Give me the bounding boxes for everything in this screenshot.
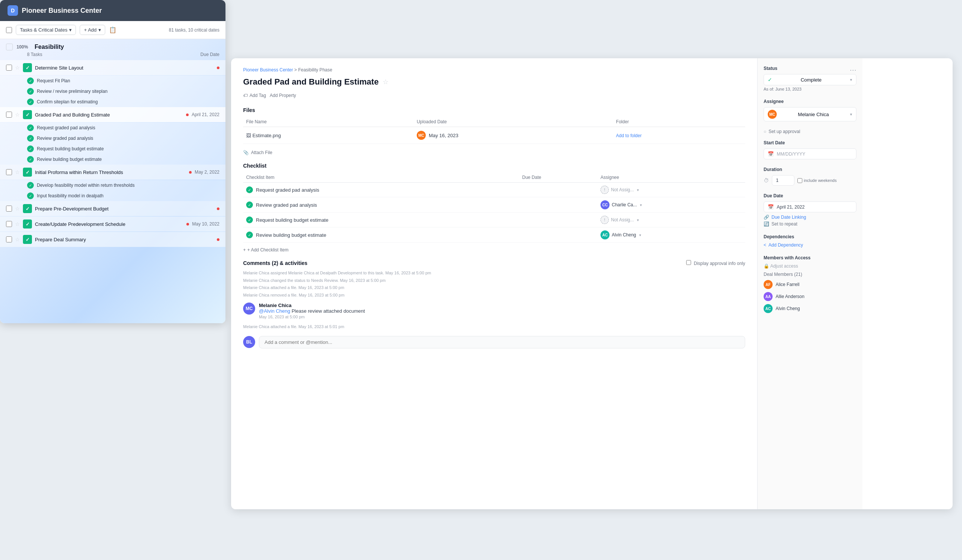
- subtask-name: Request graded pad analysis: [37, 125, 95, 131]
- breadcrumb-project[interactable]: Pioneer Business Center: [243, 67, 293, 73]
- weekends-checkbox[interactable]: [797, 178, 802, 183]
- more-options-icon[interactable]: ⋯: [850, 66, 856, 74]
- include-weekends-toggle[interactable]: include weekends: [797, 178, 836, 183]
- member-name: Allie Anderson: [776, 294, 805, 299]
- left-panel: D Pioneer Business Center Tasks & Critic…: [0, 0, 226, 323]
- task-star-icon[interactable]: ☆: [15, 221, 20, 227]
- subtask-row: ✓ Develop feasibility model within retur…: [0, 180, 226, 190]
- tasks-meta: 8 Tasks Due Date: [0, 52, 226, 60]
- duration-icon: ⏱: [763, 178, 769, 183]
- activity-line: Melanie Chica attached a file. May 16, 2…: [243, 324, 745, 330]
- doc-icon: 📋: [109, 26, 116, 34]
- tag-icon: 🏷: [243, 93, 248, 98]
- task-star-icon[interactable]: ☆: [15, 206, 20, 211]
- checklist-due-date: [519, 182, 598, 197]
- subtask-status-icon: ✓: [27, 192, 34, 199]
- assignee-name: Alvin Cheng: [612, 232, 636, 237]
- assignee-caret-icon[interactable]: ▾: [637, 218, 639, 222]
- due-date-value: April 21, 2022: [777, 205, 805, 210]
- subtask-row: ✓ Input feasibility model in dealpath: [0, 190, 226, 201]
- task-star-icon[interactable]: ☆: [15, 236, 20, 242]
- comment-input-row: BL: [243, 336, 745, 349]
- subtask-row: ✓ Confirm siteplan for estimating: [0, 97, 226, 107]
- checklist-due-date: [519, 213, 598, 228]
- checklist-row: ✓ Review graded pad analysis CC Charlie …: [243, 197, 745, 213]
- task-checkbox[interactable]: [6, 169, 12, 175]
- link-icon: 🔗: [763, 215, 769, 220]
- add-checklist-button[interactable]: + + Add Checklist Item: [243, 247, 289, 253]
- phase-checkbox[interactable]: [6, 44, 13, 50]
- task-title: Graded Pad and Building Estimate: [243, 77, 379, 87]
- attach-label: Attach File: [251, 150, 273, 155]
- set-repeat-button[interactable]: 🔄 Set to repeat: [763, 221, 856, 227]
- task-checkbox[interactable]: [6, 236, 12, 242]
- add-dependency-button[interactable]: < Add Dependency: [763, 242, 856, 248]
- start-date-input[interactable]: 📅 MM/DD/YYYY: [763, 148, 856, 159]
- assignee-caret-icon[interactable]: ▾: [637, 188, 639, 192]
- task-priority-dot: [217, 238, 220, 241]
- status-label: Status: [763, 66, 856, 71]
- assignee-value: Melanie Chica: [798, 111, 829, 117]
- activity-text: Melanie Chica attached a file. May 16, 2…: [243, 285, 344, 290]
- comment-block: MC Melanie Chica @Alvin Cheng Please rev…: [243, 303, 745, 319]
- approval-checkbox[interactable]: [686, 260, 691, 265]
- attach-file-button[interactable]: 📎 Attach File: [243, 150, 273, 155]
- task-row[interactable]: ☆ ✓ Initial Proforma within Return Thres…: [0, 165, 226, 180]
- task-star-icon[interactable]: ☆: [15, 169, 20, 175]
- task-star-icon[interactable]: ☆: [15, 111, 20, 118]
- repeat-icon: 🔄: [763, 221, 769, 227]
- task-date: May 2, 2022: [195, 169, 220, 175]
- due-date-input[interactable]: 📅 April 21, 2022: [763, 202, 856, 212]
- task-checkbox[interactable]: [6, 111, 12, 118]
- add-property-button[interactable]: Add Property: [270, 91, 296, 100]
- nav-caret-icon: ▾: [69, 27, 72, 33]
- file-row: 🖼 Estimate.png MC May 16, 2023 Add to fo…: [243, 127, 745, 144]
- task-checkbox[interactable]: [6, 221, 12, 227]
- add-to-folder-link[interactable]: Add to folder: [616, 133, 641, 138]
- task-checkbox[interactable]: [6, 65, 12, 71]
- all-tasks-checkbox[interactable]: [6, 27, 12, 33]
- member-avatar: AA: [763, 292, 773, 301]
- add-tag-button[interactable]: 🏷 Add Tag: [243, 91, 266, 100]
- member-row: AC Alvin Cheng: [763, 304, 856, 313]
- task-row[interactable]: ☆ ✓ Prepare Deal Summary: [0, 232, 226, 247]
- task-priority-dot: [186, 223, 189, 226]
- setup-approval-button[interactable]: ○ Set up approval: [763, 129, 856, 134]
- breadcrumb: Pioneer Business Center > Feasibility Ph…: [243, 67, 745, 73]
- file-name[interactable]: Estimate.png: [253, 133, 281, 138]
- assignee-caret-icon[interactable]: ▾: [640, 203, 642, 207]
- task-row[interactable]: ☆ ✓ Create/Update Predevelopment Schedul…: [0, 216, 226, 231]
- add-checklist-icon: +: [243, 247, 246, 253]
- checklist-due-header: Due Date: [519, 173, 598, 182]
- subtask-row: ✓ Request Fit Plan: [0, 76, 226, 86]
- due-date-linking-button[interactable]: 🔗 Due Date Linking: [763, 215, 856, 220]
- add-button[interactable]: + Add ▾: [80, 25, 105, 35]
- assignee-caret-icon[interactable]: ▾: [639, 233, 641, 237]
- status-dropdown[interactable]: ✓ Complete ▾: [763, 74, 856, 85]
- task-checkbox[interactable]: [6, 206, 12, 211]
- task-row[interactable]: ☆ ✓ Prepare Pre-Development Budget: [0, 201, 226, 216]
- checklist-item-cell: ✓ Review graded pad analysis: [243, 197, 519, 213]
- checklist-status-icon: ✓: [246, 202, 253, 208]
- task-star-icon[interactable]: ☆: [15, 65, 20, 71]
- assignee-dropdown[interactable]: MC Melanie Chica ▾: [763, 107, 856, 121]
- favorite-star-icon[interactable]: ☆: [383, 78, 389, 86]
- comment-input-avatar: BL: [243, 336, 255, 348]
- subtask-status-icon: ✓: [27, 77, 34, 84]
- setup-approval-label: Set up approval: [768, 129, 800, 134]
- assignee-section: Assignee MC Melanie Chica ▾: [763, 99, 856, 121]
- checklist-assignee: CC Charlie Ca... ▾: [597, 197, 745, 213]
- task-row-active[interactable]: ☆ ✓ Graded Pad and Building Estimate Apr…: [0, 107, 226, 122]
- adjust-access-link[interactable]: 🔒 Adjust access: [763, 263, 856, 269]
- display-approval-toggle[interactable]: Display approval info only: [686, 260, 745, 266]
- assignee-avatar: MC: [768, 110, 777, 119]
- project-title: Pioneer Business Center: [22, 7, 102, 15]
- duration-input[interactable]: [772, 175, 794, 186]
- task-status-icon: ✓: [23, 235, 32, 244]
- task-row[interactable]: ☆ ✓ Determine Site Layout: [0, 60, 226, 75]
- nav-dropdown[interactable]: Tasks & Critical Dates ▾: [16, 25, 76, 35]
- comment-input[interactable]: [259, 336, 745, 349]
- due-date-header: Due Date: [200, 52, 220, 57]
- checklist-status-icon: ✓: [246, 216, 253, 223]
- due-date-section: Due Date 📅 April 21, 2022 🔗 Due Date Lin…: [763, 193, 856, 227]
